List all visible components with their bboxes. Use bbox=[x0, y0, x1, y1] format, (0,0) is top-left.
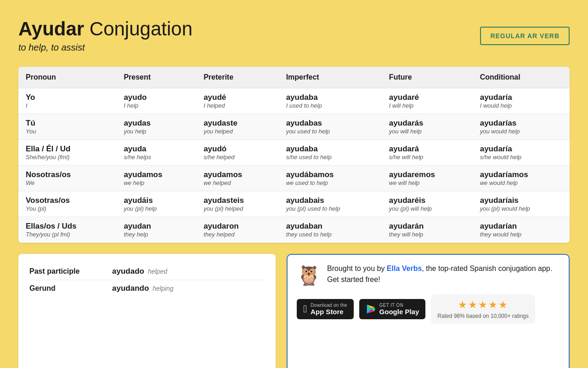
cell-present: ayudanthey help bbox=[116, 217, 196, 243]
cell-main: Yo bbox=[26, 93, 109, 102]
table-row: TúYouayudasyou helpayudasteyou helpedayu… bbox=[18, 114, 570, 140]
app-store-button[interactable]:  Download on the App Store bbox=[297, 299, 354, 319]
cell-main: ayudará bbox=[389, 144, 465, 154]
cell-main: ayudaban bbox=[286, 222, 374, 231]
cell-future: ayudarásyou will help bbox=[382, 114, 473, 140]
cell-imperfect: ayudábamoswe used to help bbox=[279, 166, 382, 191]
conjugation-table: Pronoun Present Preterite Imperfect Futu… bbox=[18, 67, 570, 243]
cell-sub: s/he would help bbox=[480, 154, 562, 161]
cell-sub: you used to help bbox=[286, 128, 374, 135]
page-header: Ayudar Conjugation to help, to assist RE… bbox=[18, 18, 570, 53]
cell-sub: s/he used to help bbox=[286, 154, 374, 161]
google-play-button[interactable]: GET IT ON Google Play bbox=[359, 299, 426, 319]
cell-sub: I used to help bbox=[286, 102, 374, 109]
cell-imperfect: ayudabanthey used to help bbox=[279, 217, 382, 243]
cell-imperfect: ayudabaI used to help bbox=[279, 88, 382, 114]
cell-imperfect: ayudabaisyou (pl) used to help bbox=[279, 191, 382, 217]
gerund-row: Gerund ayudando helping bbox=[29, 280, 265, 297]
page-title: Ayudar Conjugation bbox=[18, 18, 192, 40]
cell-main: ayudas bbox=[124, 119, 189, 128]
cell-conditional: ayudarías/he would help bbox=[473, 140, 570, 166]
cell-conditional: ayudaríasyou would help bbox=[473, 114, 570, 140]
cell-main: ayudaba bbox=[286, 93, 374, 102]
cell-sub: we would help bbox=[480, 179, 562, 186]
gerund-label: Gerund bbox=[29, 284, 112, 293]
cell-conditional: ayudaríaI would help bbox=[473, 88, 570, 114]
cell-future: ayudarás/he will help bbox=[382, 140, 473, 166]
cell-main: ayuda bbox=[124, 144, 189, 154]
cell-pronoun: TúYou bbox=[18, 114, 116, 140]
cell-main: ayudaréis bbox=[389, 196, 465, 205]
cell-sub: You (pl) bbox=[26, 205, 109, 212]
cell-imperfect: ayudabasyou used to help bbox=[279, 114, 382, 140]
cell-main: Tú bbox=[26, 119, 109, 128]
cell-sub: You bbox=[26, 128, 109, 135]
table-row: Vosotras/osYou (pl)ayudáisyou (pl) helpa… bbox=[18, 191, 570, 217]
cell-pronoun: Nosotras/osWe bbox=[18, 166, 116, 191]
cell-sub: they would help bbox=[480, 231, 562, 238]
cell-sub: we helped bbox=[204, 179, 271, 186]
cell-main: ayudaron bbox=[204, 222, 271, 231]
appstore-top-label: Download on the bbox=[311, 303, 347, 308]
col-future: Future bbox=[382, 67, 473, 88]
cell-main: Ella / Él / Ud bbox=[26, 144, 109, 154]
cell-sub: I bbox=[26, 102, 109, 109]
cell-preterite: ayudamoswe helped bbox=[196, 166, 278, 191]
gerund-val: ayudando bbox=[112, 284, 149, 293]
appstore-main-label: App Store bbox=[311, 308, 347, 316]
cell-conditional: ayudaríanthey would help bbox=[473, 217, 570, 243]
cell-main: ayudarán bbox=[389, 222, 465, 231]
page-subtitle: to help, to assist bbox=[18, 42, 192, 53]
cell-sub: you would help bbox=[480, 128, 562, 135]
cell-main: ayudó bbox=[204, 144, 271, 154]
cell-main: ayudaré bbox=[389, 93, 465, 102]
cell-sub: you (pl) would help bbox=[480, 205, 562, 212]
cell-sub: you help bbox=[124, 128, 189, 135]
brand-link[interactable]: Ella Verbs bbox=[387, 264, 422, 272]
cell-main: ayudé bbox=[204, 93, 271, 102]
ella-verbs-icon: 🦉 bbox=[297, 263, 321, 287]
rating-box: ★★★★★ Rated 98% based on 10,000+ ratings bbox=[431, 294, 535, 324]
cell-sub: They/you (pl fml) bbox=[26, 231, 109, 238]
cell-main: ayudaría bbox=[480, 93, 562, 102]
cell-imperfect: ayudabas/he used to help bbox=[279, 140, 382, 166]
cell-main: ayudo bbox=[124, 93, 189, 102]
cell-preterite: ayudasteisyou (pl) helped bbox=[196, 191, 278, 217]
cell-main: ayudaría bbox=[480, 144, 562, 154]
cell-sub: they help bbox=[124, 231, 189, 238]
cell-main: ayudarían bbox=[480, 222, 562, 231]
cell-conditional: ayudaríamoswe would help bbox=[473, 166, 570, 191]
rating-stars: ★★★★★ bbox=[437, 299, 528, 311]
cell-main: ayudaríamos bbox=[480, 170, 562, 179]
cell-sub: s/he will help bbox=[389, 154, 465, 161]
cell-sub: s/he helps bbox=[124, 154, 189, 161]
promo-top: 🦉 Brought to you by Ella Verbs, the top-… bbox=[297, 263, 560, 287]
cell-sub: We bbox=[26, 179, 109, 186]
cell-sub: I would help bbox=[480, 102, 562, 109]
cell-preterite: ayudós/he helped bbox=[196, 140, 278, 166]
cell-future: ayudaremoswe will help bbox=[382, 166, 473, 191]
col-pronoun: Pronoun bbox=[18, 67, 116, 88]
cell-main: ayudaba bbox=[286, 144, 374, 154]
col-preterite: Preterite bbox=[196, 67, 278, 88]
past-participle-row: Past participle ayudado helped bbox=[29, 263, 265, 280]
cell-conditional: ayudaríaisyou (pl) would help bbox=[473, 191, 570, 217]
google-top-label: GET IT ON bbox=[379, 303, 419, 308]
cell-sub: I help bbox=[124, 102, 189, 109]
col-imperfect: Imperfect bbox=[279, 67, 382, 88]
cell-main: ayudasteis bbox=[204, 196, 271, 205]
cell-preterite: ayudaronthey helped bbox=[196, 217, 278, 243]
cell-main: ayudaríais bbox=[480, 196, 562, 205]
cell-main: ayudaste bbox=[204, 119, 271, 128]
past-participle-val: ayudado bbox=[112, 267, 144, 276]
col-present: Present bbox=[116, 67, 196, 88]
cell-present: ayudas/he helps bbox=[116, 140, 196, 166]
table-row: Ella / Él / UdShe/he/you (fml)ayudas/he … bbox=[18, 140, 570, 166]
cell-sub: you will help bbox=[389, 128, 465, 135]
cell-sub: s/he helped bbox=[204, 154, 271, 161]
rating-text: Rated 98% based on 10,000+ ratings bbox=[437, 313, 528, 319]
cell-main: ayudamos bbox=[124, 170, 189, 179]
cell-sub: you (pl) helped bbox=[204, 205, 271, 212]
apple-icon:  bbox=[303, 303, 307, 315]
participle-box: Past participle ayudado helped Gerund ay… bbox=[18, 254, 276, 368]
